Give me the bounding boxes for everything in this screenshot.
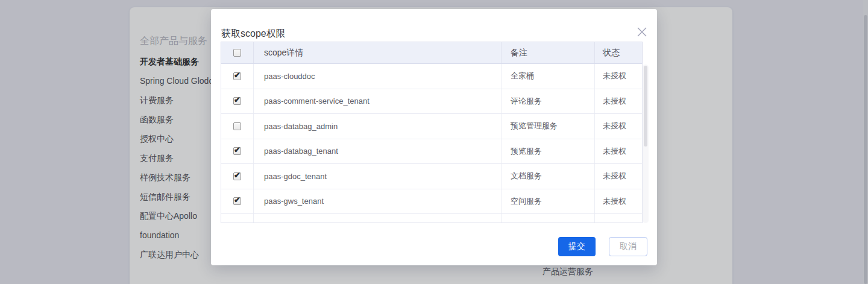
scope-status: 未授权 — [595, 164, 642, 189]
row-checkbox[interactable] — [233, 72, 241, 80]
scope-status: 未授权 — [595, 64, 642, 89]
scope-remark: 预览服务 — [502, 139, 595, 164]
scope-name — [254, 214, 502, 223]
modal-footer: 提交 取消 — [558, 237, 647, 256]
table-scrollbar[interactable] — [643, 65, 649, 223]
row-checkbox[interactable] — [233, 222, 241, 223]
scope-name: paas-databag_tenant — [254, 139, 502, 164]
scope-remark — [502, 214, 595, 223]
row-checkbox[interactable] — [233, 97, 241, 105]
scope-name: paas-databag_admin — [254, 114, 502, 139]
table-row — [221, 214, 642, 223]
scope-name: paas-clouddoc — [254, 64, 502, 89]
column-header-status: 状态 — [595, 42, 642, 63]
table-header-row: scope详情 备注 状态 — [221, 42, 643, 64]
column-header-scope: scope详情 — [254, 42, 502, 63]
column-header-remark: 备注 — [502, 42, 595, 63]
scope-status: 未授权 — [595, 189, 642, 214]
scope-status: 未授权 — [595, 114, 642, 139]
row-check-cell — [221, 139, 254, 164]
scope-status — [595, 214, 642, 223]
row-check-cell — [221, 64, 254, 89]
row-checkbox[interactable] — [233, 172, 241, 180]
scope-remark: 文档服务 — [502, 164, 595, 189]
table-row: paas-gws_tenant空间服务未授权 — [221, 189, 642, 215]
scope-name: paas-comment-service_tenant — [254, 89, 502, 114]
scope-remark: 全家桶 — [502, 64, 595, 89]
table-row: paas-databag_tenant预览服务未授权 — [221, 139, 642, 165]
table-row: paas-clouddoc全家桶未授权 — [221, 64, 642, 89]
row-checkbox[interactable] — [233, 147, 241, 155]
submit-button[interactable]: 提交 — [558, 237, 596, 256]
table-row: paas-databag_admin预览管理服务未授权 — [221, 114, 642, 139]
modal-title: 获取scope权限 — [221, 28, 286, 40]
table-row: paas-comment-service_tenant评论服务未授权 — [221, 89, 642, 115]
row-check-cell — [221, 114, 254, 139]
row-check-cell — [221, 164, 254, 189]
row-checkbox[interactable] — [233, 122, 241, 130]
row-check-cell — [221, 189, 254, 214]
row-check-cell — [221, 214, 254, 223]
scope-remark: 空间服务 — [502, 189, 595, 214]
table-body: paas-clouddoc全家桶未授权paas-comment-service_… — [221, 64, 643, 223]
table-scrollbar-thumb[interactable] — [644, 66, 647, 147]
scope-status: 未授权 — [595, 89, 642, 114]
scope-table: scope详情 备注 状态 paas-clouddoc全家桶未授权paas-co… — [221, 42, 643, 223]
scope-status: 未授权 — [595, 139, 642, 164]
select-all-checkbox[interactable] — [233, 49, 241, 57]
scope-remark: 评论服务 — [502, 89, 595, 114]
close-icon[interactable] — [635, 25, 649, 39]
row-checkbox[interactable] — [233, 197, 241, 205]
scope-permission-modal: 获取scope权限 scope详情 备注 状态 paas-clouddoc全家桶… — [211, 9, 657, 265]
scope-name: paas-gws_tenant — [254, 189, 502, 214]
scope-remark: 预览管理服务 — [502, 114, 595, 139]
scope-name: paas-gdoc_tenant — [254, 164, 502, 189]
cancel-button[interactable]: 取消 — [609, 237, 647, 256]
table-header-check-cell — [221, 42, 254, 63]
table-row: paas-gdoc_tenant文档服务未授权 — [221, 164, 642, 189]
row-check-cell — [221, 89, 254, 114]
